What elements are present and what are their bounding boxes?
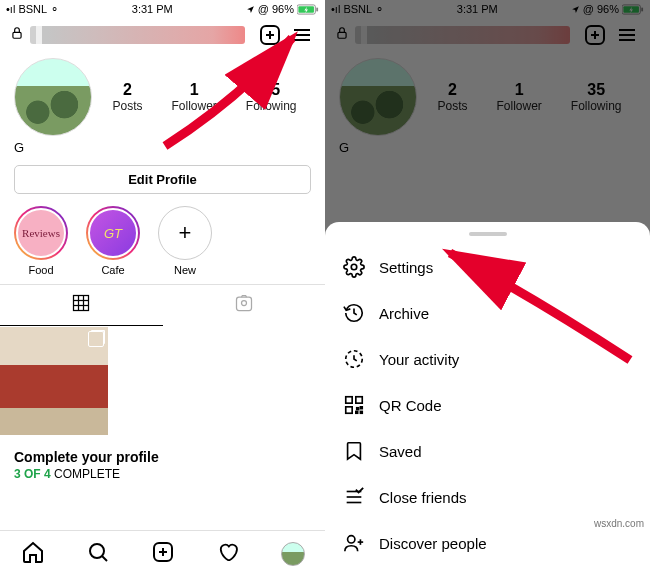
nav-search-icon[interactable]	[86, 540, 110, 568]
svg-point-16	[241, 301, 246, 306]
tab-grid[interactable]	[0, 285, 163, 326]
saved-icon	[343, 440, 365, 462]
status-right: @ 96%	[246, 3, 319, 15]
svg-rect-3	[13, 32, 21, 38]
svg-point-17	[90, 544, 104, 558]
profile-navbar	[0, 18, 325, 54]
highlight-food[interactable]: Reviews Food	[14, 206, 68, 276]
nav-heart-icon[interactable]	[216, 540, 240, 568]
svg-rect-1	[316, 7, 318, 11]
complete-title: Complete your profile	[14, 449, 311, 465]
svg-rect-38	[360, 407, 362, 409]
stat-posts[interactable]: 2Posts	[112, 81, 142, 113]
menu-label: Saved	[379, 443, 422, 460]
profile-row: 2Posts 1Follower 35Following	[0, 54, 325, 138]
svg-rect-34	[346, 397, 352, 403]
svg-rect-39	[356, 411, 358, 413]
svg-point-32	[351, 264, 357, 270]
svg-rect-15	[236, 297, 251, 310]
complete-subtitle: 3 OF 4 COMPLETE	[14, 467, 311, 481]
tab-tagged[interactable]	[163, 285, 326, 326]
hamburger-menu-button[interactable]	[289, 22, 315, 48]
qr-icon	[343, 394, 365, 416]
complete-profile-section: Complete your profile 3 OF 4 COMPLETE	[0, 435, 325, 485]
svg-point-44	[348, 536, 355, 543]
username-blurred[interactable]	[30, 26, 245, 44]
activity-icon	[343, 348, 365, 370]
phone-left: •ıl BSNL ⚬ 3:31 PM @ 96% 2Posts 1Followe…	[0, 0, 325, 576]
menu-activity[interactable]: Your activity	[325, 336, 650, 382]
menu-label: Settings	[379, 259, 433, 276]
profile-name: G	[0, 138, 325, 161]
menu-qr[interactable]: QR Code	[325, 382, 650, 428]
svg-line-18	[102, 556, 107, 561]
status-time: 3:31 PM	[132, 3, 173, 15]
watermark: wsxdn.com	[592, 517, 646, 530]
nav-home-icon[interactable]	[21, 540, 45, 568]
bottom-nav	[0, 530, 325, 576]
phone-right: •ıl BSNL ⚬ 3:31 PM @ 96% 2Posts 1Followe…	[325, 0, 650, 576]
carrier-text: •ıl BSNL ⚬	[6, 3, 59, 16]
menu-close-friends[interactable]: Close friends	[325, 474, 650, 520]
lock-icon	[10, 26, 24, 44]
menu-archive[interactable]: Archive	[325, 290, 650, 336]
edit-profile-button[interactable]: Edit Profile	[14, 165, 311, 194]
sheet-handle[interactable]	[469, 232, 507, 236]
profile-tabs	[0, 284, 325, 326]
location-icon	[246, 5, 255, 14]
highlight-cafe[interactable]: GT Cafe	[86, 206, 140, 276]
menu-label: Discover people	[379, 535, 487, 552]
archive-icon	[343, 302, 365, 324]
nav-create-icon[interactable]	[151, 540, 175, 568]
menu-label: QR Code	[379, 397, 442, 414]
battery-icon	[297, 4, 319, 15]
svg-rect-40	[360, 411, 362, 413]
menu-label: Close friends	[379, 489, 467, 506]
profile-avatar[interactable]	[14, 58, 92, 136]
menu-settings[interactable]: Settings	[325, 244, 650, 290]
svg-rect-35	[356, 397, 362, 403]
highlights-row: Reviews Food GT Cafe + New	[0, 204, 325, 284]
stat-followers[interactable]: 1Follower	[171, 81, 216, 113]
menu-label: Your activity	[379, 351, 459, 368]
post-thumbnail[interactable]	[0, 327, 108, 435]
status-bar: •ıl BSNL ⚬ 3:31 PM @ 96%	[0, 0, 325, 18]
svg-rect-37	[357, 408, 359, 410]
svg-rect-10	[74, 296, 89, 311]
stat-following[interactable]: 35Following	[246, 81, 297, 113]
menu-label: Archive	[379, 305, 429, 322]
svg-rect-36	[346, 407, 352, 413]
create-button[interactable]	[257, 22, 283, 48]
close-friends-icon	[343, 486, 365, 508]
menu-saved[interactable]: Saved	[325, 428, 650, 474]
gear-icon	[343, 256, 365, 278]
nav-profile-avatar[interactable]	[281, 542, 305, 566]
discover-icon	[343, 532, 365, 554]
highlight-new[interactable]: + New	[158, 206, 212, 276]
